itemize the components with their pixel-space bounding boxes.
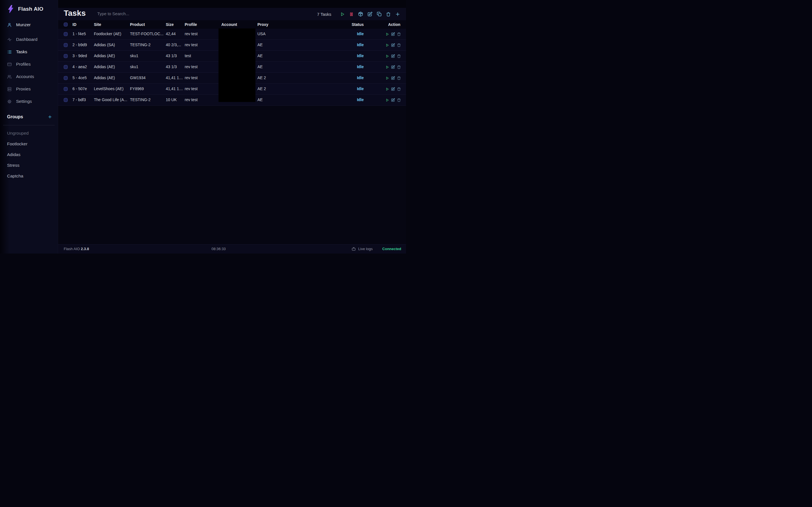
users-icon — [7, 74, 12, 79]
page-title: Tasks — [64, 9, 86, 18]
edit-icon — [391, 54, 395, 58]
sidebar-group-captcha[interactable]: Captcha — [0, 171, 58, 181]
copy-icon — [377, 11, 382, 17]
row-edit-button[interactable] — [391, 32, 395, 36]
row-play-button[interactable] — [386, 43, 389, 47]
redaction-overlay — [218, 29, 255, 102]
delete-button[interactable] — [386, 12, 391, 17]
row-actions — [386, 62, 401, 72]
site-cell: Adidas (AE) — [94, 62, 128, 72]
sidebar-item-label: Munzer — [16, 22, 31, 27]
play-icon — [386, 54, 389, 58]
trash-icon — [397, 32, 401, 36]
status-badge: Idle — [357, 83, 364, 94]
row-play-button[interactable] — [386, 76, 389, 80]
plus-icon — [48, 115, 52, 119]
row-actions — [386, 40, 401, 50]
add-group-button[interactable] — [48, 115, 52, 119]
column-header-action: Action — [388, 20, 400, 29]
sidebar-item-settings[interactable]: Settings — [0, 95, 58, 108]
row-checkbox[interactable] — [64, 87, 68, 91]
proxy-cell: AE 2 — [257, 73, 284, 83]
column-header-status: Status — [352, 20, 364, 29]
status-bar: Flash AIO 2.3.8 08:36:33 Live logs Conne… — [58, 244, 406, 253]
sidebar-item-dashboard[interactable]: Dashboard — [0, 33, 58, 46]
edit-button[interactable] — [367, 11, 372, 17]
row-edit-button[interactable] — [391, 87, 395, 91]
select-all-checkbox[interactable] — [64, 22, 68, 26]
column-header-size: Size — [166, 20, 174, 29]
search-input[interactable]: Type to Search... — [97, 11, 159, 16]
list-icon — [7, 50, 12, 54]
row-play-button[interactable] — [386, 54, 389, 58]
play-icon — [386, 87, 389, 91]
sidebar-item-tasks[interactable]: Tasks — [0, 46, 58, 58]
trash-icon — [397, 76, 401, 80]
size-cell: 43 1/3 — [166, 62, 183, 72]
row-delete-button[interactable] — [397, 65, 401, 69]
row-edit-button[interactable] — [391, 54, 395, 58]
task-id-cell: 4 - aea2 — [72, 62, 92, 72]
copy-button[interactable] — [377, 11, 382, 17]
row-play-button[interactable] — [386, 33, 389, 36]
app-title: Flash AIO — [18, 6, 43, 12]
row-checkbox[interactable] — [64, 98, 68, 102]
play-button[interactable] — [340, 12, 345, 17]
sidebar-group-ungrouped[interactable]: Ungrouped — [0, 128, 58, 138]
sidebar-group-adidas[interactable]: Adidas — [0, 149, 58, 160]
live-logs-button[interactable]: Live logs — [358, 247, 373, 251]
group-list: Ungrouped Footlocker Adidas Stress Captc… — [0, 128, 58, 181]
proxy-cell: AE — [257, 40, 284, 50]
row-delete-button[interactable] — [397, 87, 401, 91]
row-checkbox[interactable] — [64, 65, 68, 69]
trash-icon — [397, 54, 401, 58]
row-checkbox[interactable] — [64, 32, 68, 36]
size-cell: 40 2/3,... — [166, 40, 183, 50]
play-icon — [386, 76, 389, 80]
row-delete-button[interactable] — [397, 43, 401, 47]
version-number: 2.3.8 — [81, 247, 89, 251]
row-delete-button[interactable] — [397, 32, 401, 36]
row-play-button[interactable] — [386, 65, 389, 69]
add-task-button[interactable] — [395, 11, 400, 17]
product-cell: FY8969 — [130, 83, 164, 94]
edit-icon — [391, 65, 395, 69]
task-id-cell: 7 - bdf3 — [72, 95, 92, 105]
sidebar-item-profiles[interactable]: Profiles — [0, 58, 58, 70]
row-checkbox[interactable] — [64, 76, 68, 80]
sidebar-item-label: Settings — [16, 99, 32, 104]
sidebar: Flash AIO Munzer Dashboard Tasks — [0, 0, 58, 253]
row-delete-button[interactable] — [397, 76, 401, 80]
row-play-button[interactable] — [386, 98, 389, 102]
row-edit-button[interactable] — [391, 43, 395, 47]
sidebar-item-accounts[interactable]: Accounts — [0, 70, 58, 83]
play-icon — [386, 65, 389, 69]
row-checkbox[interactable] — [64, 43, 68, 47]
row-edit-button[interactable] — [391, 98, 395, 102]
row-delete-button[interactable] — [397, 98, 401, 102]
row-delete-button[interactable] — [397, 54, 401, 58]
site-cell: Footlocker (AE) — [94, 29, 128, 39]
edit-icon — [391, 98, 395, 102]
row-play-button[interactable] — [386, 87, 389, 91]
sidebar-group-stress[interactable]: Stress — [0, 160, 58, 171]
proxy-cell: USA — [257, 29, 284, 39]
row-edit-button[interactable] — [391, 76, 395, 80]
sidebar-group-footlocker[interactable]: Footlocker — [0, 138, 58, 149]
sidebar-item-label: Tasks — [16, 49, 28, 54]
gear-icon — [7, 99, 12, 104]
row-checkbox[interactable] — [64, 54, 68, 58]
proxy-cell: AE — [257, 95, 284, 105]
user-icon — [7, 22, 12, 27]
task-id-cell: 3 - 9ded — [72, 51, 92, 61]
row-edit-button[interactable] — [391, 65, 395, 69]
row-actions — [386, 29, 401, 40]
play-icon — [386, 33, 389, 36]
site-cell: Adidas (AE) — [94, 51, 128, 61]
row-actions — [386, 83, 401, 94]
sidebar-item-proxies[interactable]: Proxies — [0, 83, 58, 95]
sidebar-item-user[interactable]: Munzer — [0, 18, 58, 31]
pause-button[interactable] — [349, 12, 354, 17]
package-button[interactable] — [358, 11, 363, 17]
column-header-product: Product — [130, 20, 145, 29]
